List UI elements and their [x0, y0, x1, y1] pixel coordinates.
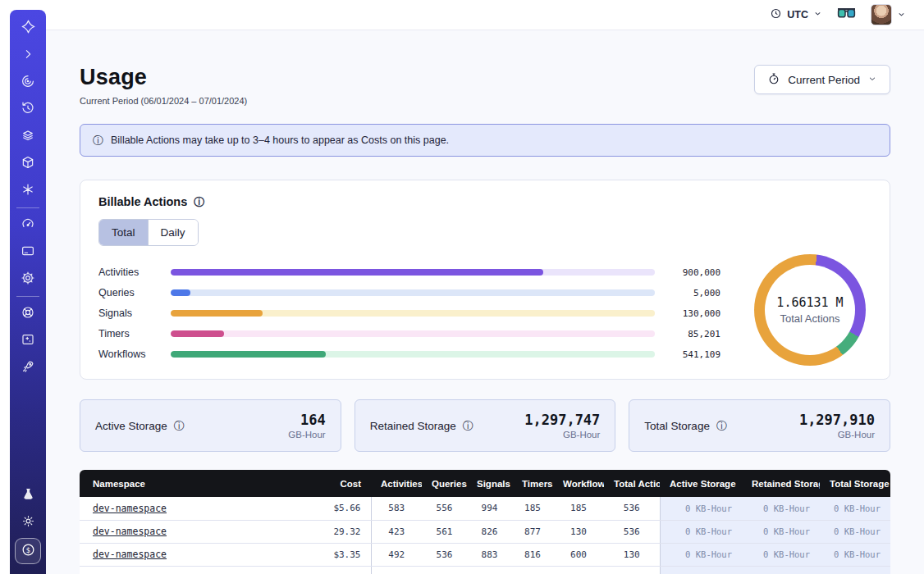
- cell-signals: 883: [467, 543, 512, 566]
- donut-center: 1.66131 M Total Actions: [765, 265, 855, 355]
- column-header-total-storage: Total Storage: [820, 470, 890, 497]
- bar-value: 541,109: [668, 349, 720, 360]
- sidebar-item-sun[interactable]: [10, 509, 46, 536]
- temporal-logo[interactable]: [10, 15, 46, 42]
- table-row: dev-namespace$3.354925368838166001300 KB…: [80, 543, 890, 566]
- sidebar-item-chevron-right[interactable]: [10, 42, 46, 69]
- info-banner: ⓘ Billable Actions may take up to 3–4 ho…: [80, 124, 890, 157]
- bar-track: [171, 269, 655, 276]
- cell-total-storage: 0 KB-Hour: [820, 520, 890, 543]
- namespace-link[interactable]: dev-namespace: [93, 526, 167, 537]
- column-header-workflows: Workflows: [553, 470, 604, 497]
- bar-row-queries: Queries5,000: [98, 283, 720, 303]
- chevron-down-icon: [813, 9, 822, 20]
- bar-fill: [171, 330, 224, 337]
- sidebar-item-terminal[interactable]: [10, 327, 46, 354]
- info-icon[interactable]: ⓘ: [716, 421, 727, 431]
- sidebar-divider: [16, 207, 39, 208]
- sidebar-item-lifebuoy[interactable]: [10, 300, 46, 327]
- storage-card-value: 164: [288, 412, 325, 428]
- lifebuoy-icon: [21, 305, 35, 323]
- dollar-icon: $: [21, 542, 36, 561]
- sidebar-item-usage-billing-active[interactable]: $: [15, 538, 41, 564]
- cell-total-actions: 130: [604, 543, 660, 566]
- info-icon[interactable]: ⓘ: [463, 421, 473, 431]
- bar-label: Signals: [98, 308, 164, 319]
- sidebar-item-gauge[interactable]: [10, 212, 46, 239]
- namespace-link[interactable]: dev-namespace: [93, 503, 167, 514]
- sidebar-item-rocket[interactable]: [10, 354, 46, 381]
- sidebar-item-card[interactable]: [10, 239, 46, 266]
- chevron-down-icon: [897, 7, 906, 22]
- info-icon[interactable]: ⓘ: [194, 197, 204, 207]
- cell-retained-storage: 0 KB-Hour: [742, 497, 820, 520]
- cell-cost: 29.32: [285, 520, 371, 543]
- cell-timers: 185: [512, 497, 553, 520]
- storage-card-total-storage: Total Storageⓘ1,297,910GB-Hour: [629, 399, 890, 452]
- user-menu[interactable]: [871, 4, 906, 25]
- cell-queries: 561: [422, 520, 467, 543]
- tab-daily[interactable]: Daily: [148, 220, 198, 245]
- total-actions-label: Total Actions: [780, 312, 840, 325]
- bar-track: [171, 351, 655, 358]
- namespace-link[interactable]: dev-namespace: [93, 549, 167, 560]
- storage-summary-row: Active Storageⓘ164GB-HourRetained Storag…: [80, 399, 890, 452]
- storage-card-active-storage: Active Storageⓘ164GB-Hour: [80, 399, 341, 452]
- main-content: Usage Current Period (06/01/2024 – 07/01…: [46, 30, 924, 574]
- storage-card-unit: GB-Hour: [524, 430, 600, 440]
- layers-icon: [21, 128, 35, 146]
- column-header-total-actions: Total Actions: [604, 470, 660, 497]
- bar-fill: [171, 269, 543, 276]
- timezone-dropdown[interactable]: UTC: [770, 7, 822, 22]
- sidebar-item-clock-arrow[interactable]: [10, 96, 46, 123]
- page-title: Usage: [80, 65, 247, 90]
- table-row-partial: [80, 566, 890, 574]
- cell-activities: 423: [371, 520, 422, 543]
- column-header-activities: Activities: [371, 470, 422, 497]
- sidebar-item-gear[interactable]: [10, 266, 46, 293]
- info-icon[interactable]: ⓘ: [174, 421, 185, 431]
- storage-card-retained-storage: Retained Storageⓘ1,297,747GB-Hour: [355, 399, 616, 452]
- page-header: Usage Current Period (06/01/2024 – 07/01…: [80, 65, 890, 106]
- stopwatch-icon: [767, 72, 780, 88]
- temporal-logo-icon: [21, 19, 36, 38]
- table-row: dev-namespace$5.665835569941851855360 KB…: [80, 497, 890, 520]
- namespace-usage-table-wrap: NamespaceCostActivitiesQueriesSignalsTim…: [80, 470, 890, 574]
- chevron-right-icon: [21, 48, 34, 64]
- storage-card-label: Total Storage: [644, 420, 710, 432]
- cell-retained-storage: 0 KB-Hour: [742, 520, 820, 543]
- chevron-down-icon: [867, 74, 877, 86]
- cell-total-storage: 0 KB-Hour: [820, 543, 890, 566]
- column-header-cost: Cost: [285, 470, 371, 497]
- card-icon: [21, 244, 35, 262]
- cube-icon: [21, 155, 35, 173]
- tab-total[interactable]: Total: [99, 220, 148, 245]
- feedback-glasses-button[interactable]: [837, 7, 856, 23]
- bar-fill: [171, 351, 326, 358]
- cell-namespace: dev-namespace: [80, 497, 285, 520]
- sidebar-item-spiral[interactable]: [10, 69, 46, 96]
- storage-card-label: Retained Storage: [370, 420, 456, 432]
- bar-value: 130,000: [668, 308, 720, 319]
- sidebar-nav-rail: $: [10, 10, 46, 574]
- sidebar-item-cube[interactable]: [10, 150, 46, 177]
- cell-cost: $5.66: [285, 497, 371, 520]
- billable-actions-chart: Activities900,000Queries5,000Signals130,…: [98, 261, 871, 366]
- spiral-icon: [21, 74, 35, 92]
- billable-actions-tab-group: TotalDaily: [98, 219, 199, 246]
- asterisk-icon: [21, 182, 35, 200]
- terminal-icon: [21, 332, 35, 350]
- column-header-signals: Signals: [467, 470, 512, 497]
- period-selector-button[interactable]: Current Period: [754, 65, 890, 94]
- sidebar-item-flask[interactable]: [10, 482, 46, 509]
- clock-icon: [770, 7, 782, 22]
- bar-value: 5,000: [668, 288, 720, 298]
- sidebar-item-layers[interactable]: [10, 123, 46, 150]
- info-banner-text: Billable Actions may take up to 3–4 hour…: [111, 134, 449, 146]
- storage-card-value: 1,297,747: [524, 412, 600, 428]
- bar-row-activities: Activities900,000: [98, 262, 720, 283]
- period-selector-label: Current Period: [788, 74, 860, 86]
- bar-value: 85,201: [668, 329, 720, 339]
- sun-icon: [21, 514, 35, 531]
- sidebar-item-asterisk[interactable]: [10, 177, 46, 204]
